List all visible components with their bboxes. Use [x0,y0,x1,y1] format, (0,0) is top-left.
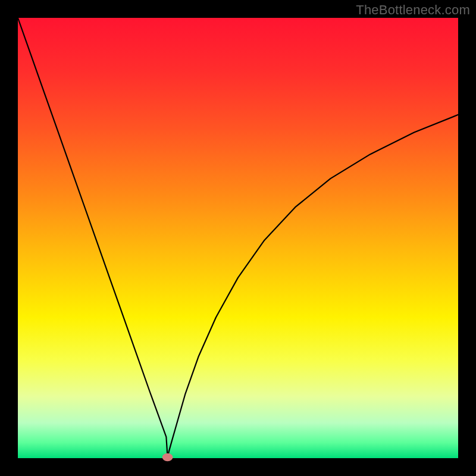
watermark-text: TheBottleneck.com [356,2,470,18]
plot-background [18,18,458,458]
optimal-point-marker [162,453,173,461]
chart-container: TheBottleneck.com [0,0,476,476]
bottleneck-chart [0,0,476,476]
